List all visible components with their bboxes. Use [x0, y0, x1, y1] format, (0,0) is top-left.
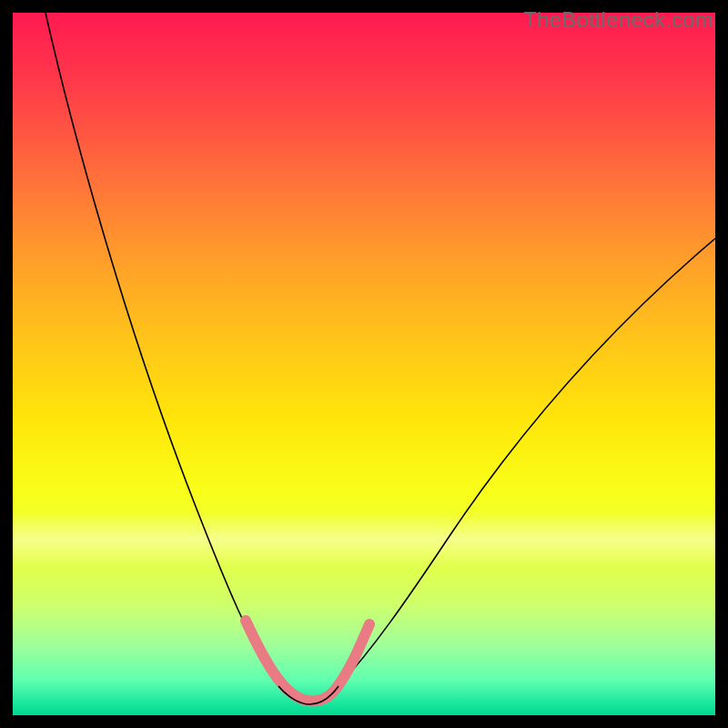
curve-right — [339, 238, 715, 686]
optimal-range-arc — [246, 621, 369, 701]
watermark-text: TheBottleneck.com — [523, 7, 713, 33]
outer-frame: TheBottleneck.com — [0, 0, 728, 728]
plot-area — [13, 13, 715, 715]
curve-left — [46, 13, 278, 686]
chart-svg — [13, 13, 715, 715]
